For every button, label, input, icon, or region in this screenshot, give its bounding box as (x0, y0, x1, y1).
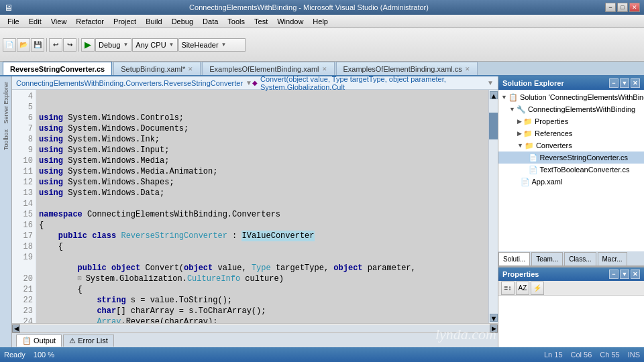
se-tab-3[interactable]: Macr... (598, 252, 627, 265)
prop-pin-btn[interactable]: − (609, 269, 619, 279)
minimize-button[interactable]: − (605, 3, 616, 12)
menu-item-file[interactable]: File (3, 16, 24, 27)
properties-title: Properties (502, 270, 539, 278)
code-line-1: using System.Windows.Documents; (39, 123, 486, 134)
tab-3[interactable]: ExamplesOfElementBinding.xaml.cs✕ (336, 62, 478, 75)
tree-node-appxaml[interactable]: 📄App.xaml (498, 176, 644, 188)
tab-0[interactable]: ReverseStringConverter.cs (3, 62, 112, 75)
menu-item-view[interactable]: View (46, 16, 72, 27)
output-tab[interactable]: 📋 Output (16, 335, 62, 347)
menu-item-tools[interactable]: Tools (223, 16, 250, 27)
tree-node-converters[interactable]: ▼📁Converters (498, 139, 644, 152)
code-line-10: { (39, 220, 486, 231)
line-num-3: 7 (12, 123, 33, 134)
path-bar-left: ConnectingElementsWithBinding.Converters… (16, 79, 252, 87)
line-num-19: 22 (12, 295, 33, 306)
code-line-15: ⊡ System.Globalization.CultureInfo cultu… (39, 274, 486, 284)
toolbar-open[interactable]: 📂 (17, 38, 30, 52)
prop-alpha-btn[interactable]: AZ (516, 282, 529, 295)
menu-item-test[interactable]: Test (250, 16, 272, 27)
tree-node-properties[interactable]: ▶📁Properties (498, 115, 644, 127)
se-close-btn[interactable]: ✕ (631, 78, 640, 88)
code-area[interactable]: 4567891011121314151617181920212223242526… (12, 90, 498, 323)
editor-area: ConnectingElementsWithBinding.Converters… (12, 76, 498, 347)
line-num-9: 13 (12, 188, 33, 198)
path-bar: ConnectingElementsWithBinding.Converters… (12, 76, 498, 90)
tab-1[interactable]: SetupBinding.xaml*✕ (113, 62, 201, 75)
status-ln: Ln 15 (544, 351, 563, 359)
prop-close-btn[interactable]: ✕ (631, 269, 640, 279)
title-bar-controls: − □ ✕ (605, 3, 640, 12)
properties-title-bar: Properties − ▼ ✕ (498, 267, 644, 281)
path-right-text[interactable]: Convert(object value, Type targetType, o… (260, 76, 484, 91)
tab-close-3[interactable]: ✕ (465, 66, 470, 72)
se-pin-btn[interactable]: − (609, 78, 619, 88)
platform-dropdown[interactable]: Any CPU ▼ (132, 38, 177, 52)
code-line-3: using System.Windows.Input; (39, 145, 486, 156)
debug-config-dropdown[interactable]: Debug ▼ (95, 38, 131, 52)
se-tab-1[interactable]: Team... (531, 252, 563, 265)
solution-explorer-title: Solution Explorer (502, 79, 564, 87)
tab-2[interactable]: ExamplesOfElementBinding.xaml✕ (202, 62, 334, 75)
menu-item-help[interactable]: Help (308, 16, 333, 27)
status-ins: INS (628, 351, 640, 359)
title-bar: 🖥 ConnectingElementsWithBinding - Micros… (0, 0, 644, 15)
server-explorer-tab[interactable]: Server Explorer (3, 79, 9, 127)
tree-solution-root[interactable]: ▼📋Solution 'ConnectingElementsWithBindin… (498, 91, 644, 103)
line-num-0: 4 (12, 91, 33, 102)
horizontal-scrollbar[interactable]: ◀ ▶ (12, 323, 498, 333)
code-line-13 (39, 252, 486, 263)
toolbar-new[interactable]: 📄 (3, 38, 16, 52)
se-tab-0[interactable]: Soluti... (498, 252, 530, 265)
line-num-8: 12 (12, 177, 33, 188)
tree-node-reversestringconvertercs[interactable]: 📄ReverseStringConverter.cs (498, 152, 644, 164)
status-col: Col 56 (571, 351, 592, 359)
toolbar-save[interactable]: 💾 (31, 38, 44, 52)
status-ch: Ch 55 (600, 351, 619, 359)
menu-item-data[interactable]: Data (198, 16, 223, 27)
target-dropdown[interactable]: SiteHeader ▼ (178, 38, 246, 52)
close-button[interactable]: ✕ (629, 3, 640, 12)
tab-close-2[interactable]: ✕ (322, 66, 327, 72)
code-line-9: namespace ConnectingElementsWithBinding.… (39, 209, 486, 220)
menu-item-build[interactable]: Build (141, 16, 166, 27)
code-line-12: { (39, 241, 486, 252)
code-line-5: using System.Windows.Media.Animation; (39, 166, 486, 177)
toolbar-redo[interactable]: ↪ (63, 38, 76, 52)
line-num-14: 18 (12, 241, 33, 252)
window-title: ConnectingElementsWithBinding - Microsof… (13, 3, 605, 11)
prop-dropdown-btn[interactable]: ▼ (620, 269, 629, 279)
toolbox-tab[interactable]: Toolbox (3, 127, 9, 153)
error-list-tab[interactable]: ⚠ Error List (63, 335, 114, 347)
line-numbers: 4567891011121314151617181920212223242526 (12, 90, 36, 323)
tab-close-1[interactable]: ✕ (188, 66, 193, 72)
code-line-11: public class ReverseStringConverter : IV… (39, 231, 486, 241)
menu-item-edit[interactable]: Edit (24, 16, 46, 27)
line-num-7: 11 (12, 166, 33, 177)
se-dropdown-btn[interactable]: ▼ (620, 78, 629, 88)
menu-item-debug[interactable]: Debug (167, 16, 198, 27)
prop-categorized-btn[interactable]: ≡↕ (501, 282, 515, 295)
toolbar-undo[interactable]: ↩ (49, 38, 62, 52)
toolbar: 📄 📂 💾 ↩ ↪ ▶ Debug ▼ Any CPU ▼ SiteHeader… (0, 28, 644, 62)
line-num-2: 6 (12, 113, 33, 123)
toolbar-start[interactable]: ▶ (81, 38, 95, 52)
menu-item-window[interactable]: Window (272, 16, 308, 27)
code-content[interactable]: using System.Windows.Controls;using Syst… (36, 90, 488, 323)
vertical-scrollbar[interactable]: ▲ ▼ (488, 90, 498, 323)
se-tabs: Soluti...Team...Class...Macr... (498, 251, 644, 266)
se-tab-2[interactable]: Class... (564, 252, 596, 265)
path-left-text[interactable]: ConnectingElementsWithBinding.Converters… (16, 79, 243, 87)
tree-node-references[interactable]: ▶📁References (498, 127, 644, 139)
status-left: Ready 100 % (4, 351, 54, 359)
prop-events-btn[interactable]: ⚡ (531, 282, 544, 295)
tree-node-texttobooleanconvertercs[interactable]: 📄TextToBooleanConverter.cs (498, 164, 644, 176)
menu-item-refactor[interactable]: Refactor (71, 16, 109, 27)
menu-item-project[interactable]: Project (109, 16, 141, 27)
code-line-17: string s = value.ToString(); (39, 295, 486, 306)
tree-project[interactable]: ▼🔧ConnectingElementsWithBinding (498, 103, 644, 115)
maximize-button[interactable]: □ (617, 3, 628, 12)
code-line-7: using System.Windows.Data; (39, 188, 486, 198)
code-line-4: using System.Windows.Media; (39, 156, 486, 166)
code-line-14: public object Convert(object value, Type… (39, 263, 486, 274)
